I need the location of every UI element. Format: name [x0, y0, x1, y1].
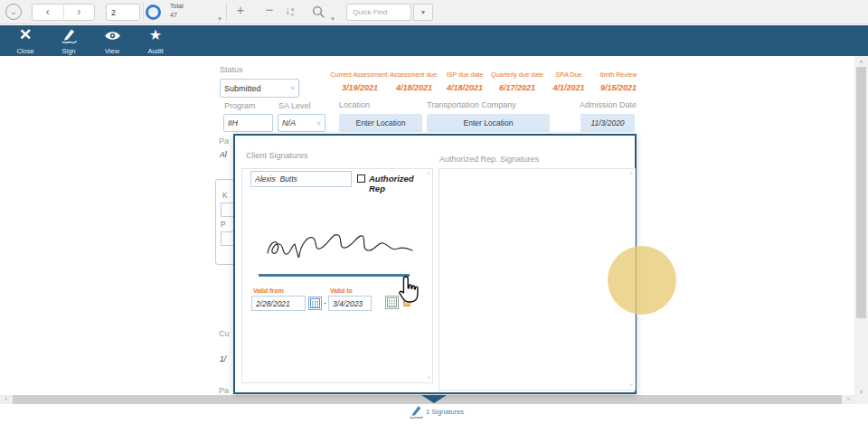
due-date-quarterly: Quarterly due date 6/17/2021 [490, 71, 544, 92]
obscured-label-fragment: P [221, 220, 226, 229]
due-date-current-assessment: Current Assessment: 3/19/2021 [324, 71, 396, 92]
obscured-label-fragment: Cu [219, 329, 230, 338]
sort-az-icon: az [291, 6, 294, 17]
view-button[interactable]: View [92, 27, 132, 55]
audit-button[interactable]: ★ Audit [136, 27, 175, 55]
vertical-scrollbar[interactable]: ˄ ˅ [854, 56, 868, 404]
date-range-separator: - [324, 298, 326, 307]
signature-drawing [262, 226, 418, 264]
valid-from-label: Valid from [253, 287, 284, 294]
obscured-input-fragment [221, 231, 234, 246]
sort-button[interactable]: ↓ az [285, 4, 294, 19]
zoom-in-button[interactable]: + [231, 2, 250, 17]
hand-cursor-icon [396, 275, 421, 304]
client-name-input[interactable] [250, 171, 352, 187]
sign-pen-icon [61, 27, 78, 43]
action-toolbar: ✕ Close Sign View ★ Audit [0, 25, 868, 56]
client-signatures-label: Client Signatures [246, 151, 308, 160]
hscroll-left-arrow[interactable]: ‹ [0, 395, 13, 404]
hscroll-right-arrow[interactable]: › [842, 395, 854, 404]
vscroll-down-arrow[interactable]: ˅ [854, 389, 868, 395]
vscroll-up-arrow[interactable]: ˄ [854, 59, 868, 65]
toolbar-separator [143, 3, 144, 22]
signatures-pen-icon [409, 404, 424, 419]
due-date-6mth-review: 6mth Review 9/15/2021 [595, 71, 642, 92]
authorized-rep-signatures-label: Authorized Rep. Signatures [439, 155, 539, 164]
next-page-button[interactable]: › [64, 5, 95, 20]
close-icon: ✕ [19, 27, 32, 42]
valid-from-input[interactable] [251, 296, 306, 311]
obscured-input-fragment [221, 203, 234, 217]
total-label: Total [170, 3, 184, 9]
admission-date-field[interactable]: 11/3/2020 [580, 114, 635, 132]
page-nav-group: ‹ › [32, 4, 95, 21]
panel-scroll-down-icon[interactable]: ˅ [629, 382, 633, 388]
valid-from-calendar-icon[interactable] [308, 297, 322, 310]
status-label: Status [220, 65, 243, 74]
signature-row-scrollbar[interactable] [259, 274, 410, 277]
chevron-down-icon: ˅ [290, 84, 295, 92]
obscured-value-fragment: 1/ [220, 354, 226, 363]
due-date-isp: ISP due date 4/18/2021 [443, 71, 486, 92]
record-count-ring-icon [146, 5, 161, 20]
transportation-company-label: Transportation Company [427, 100, 516, 109]
eye-icon [104, 30, 121, 42]
program-input[interactable] [223, 114, 273, 132]
tutorial-highlight-circle [608, 246, 676, 315]
previous-page-button[interactable]: ‹ [33, 5, 64, 20]
obscured-label-fragment: Pa [219, 137, 229, 146]
transportation-location-button[interactable]: Enter Location [427, 114, 550, 132]
program-label: Program [224, 101, 256, 110]
total-dropdown-caret-icon[interactable]: ▼ [217, 16, 222, 22]
panel-collapse-handle[interactable] [421, 395, 447, 403]
status-select[interactable]: Submitted ˅ [220, 79, 299, 98]
chevron-down-icon: ˅ [316, 119, 321, 127]
location-button[interactable]: Enter Location [339, 114, 422, 132]
collapse-toolbar-icon[interactable]: ⌄ [5, 4, 22, 20]
quick-find-input[interactable] [346, 4, 411, 21]
search-dropdown-caret-icon[interactable]: ▼ [330, 16, 335, 22]
location-label: Location [339, 100, 370, 109]
valid-to-input[interactable] [328, 296, 372, 311]
close-button[interactable]: ✕ Close [5, 27, 45, 55]
total-count: 47 [170, 12, 177, 18]
obscured-label-fragment: Pa [219, 386, 229, 395]
obscured-value-fragment: Al [220, 150, 227, 159]
star-icon: ★ [149, 27, 162, 42]
search-icon[interactable] [312, 5, 326, 19]
authorized-rep-checkbox-label: Authorized Rep [369, 174, 432, 193]
page-number-input[interactable] [106, 4, 140, 21]
signatures-modal: Client Signatures ˄ ˅ Authorized Rep Val… [233, 134, 637, 394]
application-window: ⌄ ‹ › Total 47 ▼ + − ↓ az ▼ ▼ ✕ Clos [0, 0, 868, 424]
sign-button[interactable]: Sign [49, 27, 89, 55]
quick-find-dropdown-button[interactable]: ▼ [413, 4, 433, 21]
panel-scroll-down-icon[interactable]: ˅ [427, 375, 430, 381]
valid-to-label: Valid to [330, 287, 353, 294]
signatures-count-label[interactable]: 1 Signatures [426, 408, 464, 416]
obscured-label-fragment: K [222, 191, 228, 200]
top-toolbar: ⌄ ‹ › Total 47 ▼ + − ↓ az ▼ ▼ [0, 0, 868, 24]
vscroll-thumb[interactable] [856, 67, 866, 318]
panel-scroll-up-icon[interactable]: ˄ [629, 171, 633, 176]
admission-date-label: Admission Date [580, 100, 637, 109]
sa-level-label: SA Level [278, 101, 311, 110]
due-date-assessment-due: Assessment due: 4/18/2021 [389, 71, 439, 92]
authorized-rep-signatures-panel: ˄ ˅ [439, 168, 636, 391]
sa-level-select[interactable]: N/A ˅ [278, 114, 326, 132]
authorized-rep-checkbox[interactable] [357, 174, 365, 183]
sort-arrow-icon: ↓ [285, 4, 290, 19]
due-date-sra: SRA Due 4/1/2021 [548, 71, 590, 92]
toolbar-separator [226, 3, 227, 22]
zoom-out-button[interactable]: − [260, 2, 278, 17]
